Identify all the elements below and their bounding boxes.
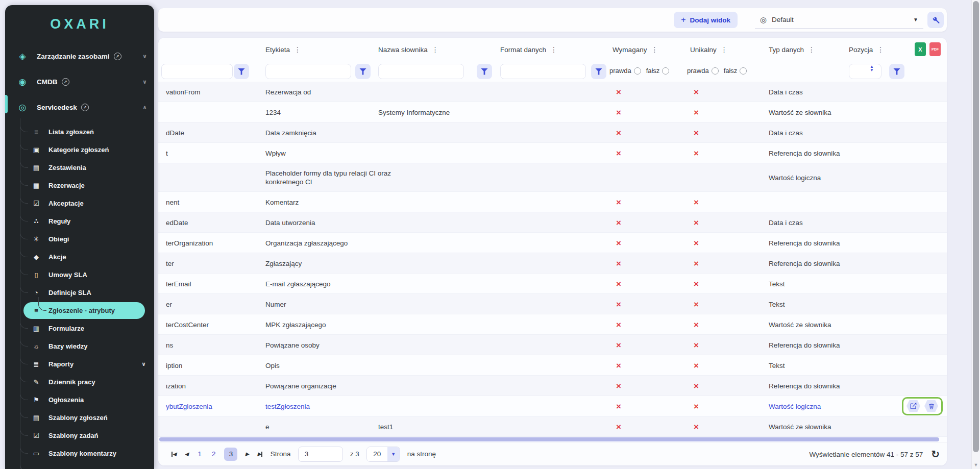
column-menu-icon[interactable]: ⋮	[808, 45, 816, 54]
table-row[interactable]: 1234Systemy Informatyczne××Wartość ze sł…	[158, 102, 947, 122]
cell-label: Rezerwacja od	[265, 87, 311, 96]
column-header-wymagany[interactable]: Wymagany⋮	[612, 38, 658, 61]
column-header-pozycja[interactable]: Pozycja⋮	[849, 38, 885, 61]
pdf-export-icon[interactable]: PDF	[929, 42, 941, 56]
table-row[interactable]: tWpływ××Referencja do słownika	[158, 143, 947, 163]
page-current[interactable]: 3	[224, 448, 237, 461]
previous-page-button[interactable]: ◀	[185, 451, 189, 457]
column-menu-icon[interactable]: ⋮	[432, 45, 439, 54]
table-row[interactable]: terEmailE-mail zgłaszającego××Tekst	[158, 274, 947, 294]
table-row[interactable]: nentKomentarz××	[158, 192, 947, 212]
view-selector[interactable]: ◎ Default ▼	[755, 11, 923, 29]
filter-unique-fałsz-radio[interactable]	[740, 67, 747, 75]
add-view-button[interactable]: + Dodaj widok	[674, 12, 738, 28]
sidebar-item-szablony-powiadomień[interactable]: ✉Szablony powiadomień	[5, 462, 154, 469]
calendar-icon: ▦	[31, 182, 42, 189]
horizontal-scrollbar[interactable]	[158, 437, 947, 442]
unique-false-icon: ×	[687, 402, 705, 410]
table-row[interactable]: terCostCenterMPK zgłaszającego××Wartość …	[158, 314, 947, 335]
table-row[interactable]: izationPowiązane organizacje××Referencja…	[158, 376, 947, 396]
chevron-down-icon[interactable]: ∨	[141, 361, 146, 367]
table-row[interactable]: ybutZgloszeniatestZgłoszenia××Wartość lo…	[158, 396, 947, 416]
sidebar-item-label: Dziennik pracy	[48, 378, 95, 386]
actions-icon: ◆	[31, 253, 42, 261]
column-menu-icon[interactable]: ⋮	[550, 45, 558, 54]
cell-dictionary: test1	[378, 422, 393, 431]
chevron-up-icon[interactable]: ∧	[142, 104, 147, 111]
filter-pozycja-button[interactable]	[889, 64, 904, 79]
filter-pozycja-input[interactable]	[849, 64, 881, 79]
sidebar-item-definicje-sla[interactable]: ◔Definicje SLA	[5, 284, 154, 302]
column-header-format-danych[interactable]: Format danych⋮	[500, 38, 558, 61]
excel-export-icon[interactable]: X	[915, 42, 926, 56]
sidebar-item-label: Szablony zgłoszeń	[48, 414, 108, 422]
sidebar-item-label: Obiegi	[48, 235, 69, 243]
table-row[interactable]: erNumer××Tekst	[158, 294, 947, 314]
unique-false-icon: ×	[687, 259, 705, 267]
column-menu-icon[interactable]: ⋮	[651, 45, 658, 54]
filter-format-danych-input[interactable]	[500, 64, 586, 79]
filter-etykieta-button[interactable]	[355, 64, 371, 79]
table-row[interactable]: terZgłaszający××Referencja do słownika	[158, 253, 947, 274]
last-page-button[interactable]: ▶	[257, 451, 262, 457]
page-number-input[interactable]: 3	[298, 447, 343, 462]
column-menu-icon[interactable]: ⋮	[721, 45, 728, 54]
form-icon: ▥	[31, 325, 42, 332]
filter-required-prawda-radio[interactable]	[634, 67, 641, 75]
page-link-1[interactable]: 1	[198, 450, 202, 458]
spinner-down-icon[interactable]: ▼	[870, 68, 874, 72]
filter-nazwa-slownika-button[interactable]	[477, 64, 492, 79]
settings-wrench-button[interactable]	[927, 12, 944, 28]
cell-name: terEmail	[166, 279, 191, 288]
vertical-scrollbar-thumb[interactable]	[973, 1, 979, 452]
sidebar-item-zgłoszenie-atrybuty[interactable]: ≡Zgłoszenie - atrybuty	[23, 302, 145, 319]
cell-label: Zgłaszający	[265, 259, 302, 267]
table-row[interactable]: nsPowiązane osoby××Referencja do słownik…	[158, 335, 947, 355]
filter-name-input[interactable]	[161, 64, 233, 79]
cell-label: Powiązane organizacje	[265, 381, 336, 390]
column-header-etykieta[interactable]: Etykieta⋮	[265, 38, 302, 61]
horizontal-scrollbar-thumb[interactable]	[159, 437, 939, 441]
vertical-scrollbar[interactable]: ▼	[971, 0, 980, 469]
delete-row-button[interactable]	[924, 400, 938, 412]
bulb-icon: ☼	[31, 342, 42, 350]
sidebar-module-zarządzanie-zasobami[interactable]: ◈Zarządzanie zasobami↗∨	[5, 43, 154, 69]
chevron-down-icon[interactable]: ∨	[142, 79, 147, 85]
page-link-2[interactable]: 2	[212, 450, 216, 458]
cell-type: Data i czas	[769, 218, 803, 227]
column-header-label: Format danych	[500, 46, 546, 54]
sidebar-module-servicedesk[interactable]: ◎Servicedesk↗∧	[5, 94, 154, 120]
cell-name: ter	[166, 259, 174, 267]
table-row[interactable]: iptionOpis××Tekst	[158, 355, 947, 376]
column-header-unikalny[interactable]: Unikalny⋮	[690, 38, 728, 61]
table-row[interactable]: vationFromRezerwacja od××Data i czas	[158, 82, 947, 102]
column-menu-icon[interactable]: ⋮	[877, 45, 885, 54]
filter-name-button[interactable]	[234, 64, 249, 79]
sidebar-module-cmdb[interactable]: ◉CMDB↗∨	[5, 69, 154, 94]
table-row[interactable]: Placeholder formy dla typu relacji CI or…	[158, 163, 947, 192]
filter-etykieta-input[interactable]	[265, 64, 351, 79]
first-page-button[interactable]: ◀	[172, 451, 177, 457]
filter-required-fałsz-radio[interactable]	[662, 67, 669, 75]
table-row[interactable]: dDateData zamknięcia××Data i czas	[158, 122, 947, 143]
column-header-nazwa-slownika[interactable]: Nazwa słownika⋮	[378, 38, 439, 61]
next-page-button[interactable]: ▶	[245, 451, 249, 457]
page-size-select[interactable]: 20 ▼	[366, 447, 400, 462]
filter-nazwa-slownika-input[interactable]	[378, 64, 464, 79]
edit-row-button[interactable]	[906, 400, 920, 412]
filter-unique-prawda-radio[interactable]	[712, 67, 719, 75]
chevron-down-icon[interactable]: ∨	[142, 53, 147, 60]
cell-name: terCostCenter	[166, 320, 209, 329]
categories-icon: ▣	[31, 146, 42, 154]
report-icon: ≣	[31, 360, 42, 368]
cell-type: Referencja do słownika	[769, 238, 840, 247]
table-row[interactable]: edDateData utworzenia××Data i czas	[158, 212, 947, 233]
scroll-down-icon[interactable]: ▼	[972, 462, 980, 467]
table-row[interactable]: etest1××Wartość ze słownika	[158, 416, 947, 437]
column-header-typ-danych[interactable]: Typ danych⋮	[769, 38, 816, 61]
number-spinner[interactable]: ▲▼	[870, 65, 874, 72]
refresh-icon[interactable]: ↻	[931, 448, 940, 460]
column-menu-icon[interactable]: ⋮	[294, 45, 302, 54]
table-row[interactable]: terOrganizationOrganizacja zgłaszającego…	[158, 233, 947, 253]
filter-format-danych-button[interactable]	[591, 64, 606, 79]
